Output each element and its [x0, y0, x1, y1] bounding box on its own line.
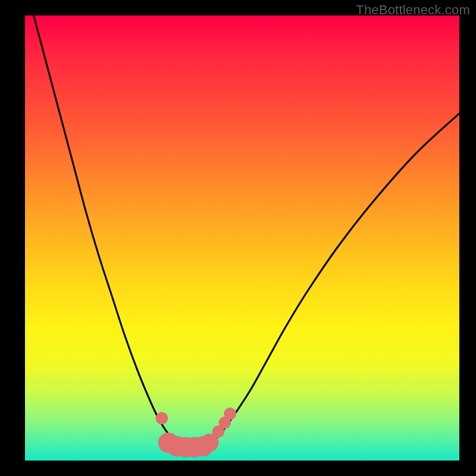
curve-marker [156, 412, 168, 425]
plot-area [25, 15, 459, 461]
curve-marker [218, 416, 231, 429]
curve-marker [212, 425, 225, 438]
chart-frame: TheBottleneck.com [0, 0, 476, 476]
curve-marker [167, 436, 187, 456]
curve-marker [184, 437, 205, 458]
bottleneck-curve-svg [25, 15, 459, 461]
curve-marker [158, 433, 178, 453]
bottleneck-curve [34, 15, 459, 450]
curve-marker [193, 436, 213, 456]
curve-marker [176, 437, 196, 458]
watermark-text: TheBottleneck.com [356, 2, 470, 18]
curve-marker [224, 408, 236, 420]
curve-marker [201, 434, 218, 452]
curve-markers [156, 408, 237, 458]
